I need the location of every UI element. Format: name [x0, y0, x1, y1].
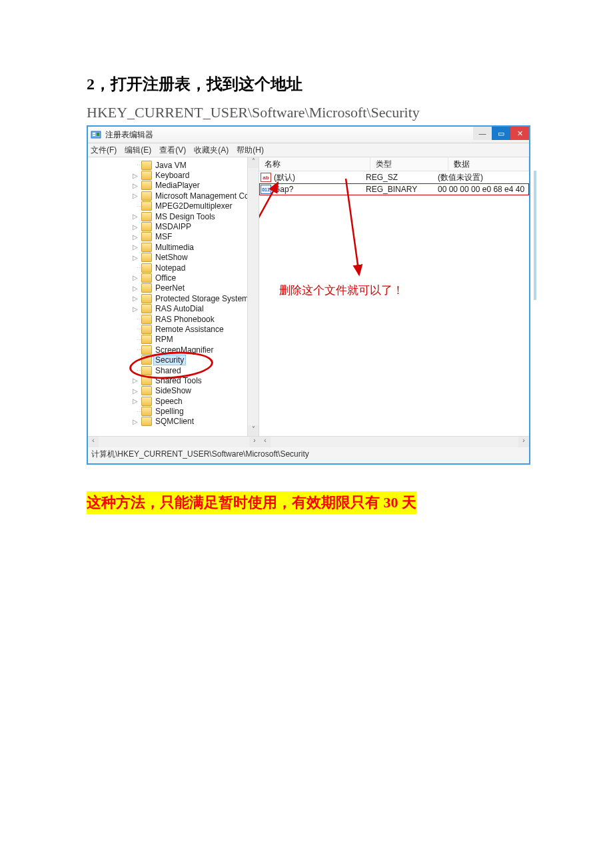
folder-icon	[141, 191, 152, 201]
expander-icon[interactable]: ▷	[132, 377, 139, 384]
list-row[interactable]: 011Gap?REG_BINARY00 00 00 00 e0 68 e4 40	[259, 183, 529, 195]
folder-icon	[141, 212, 152, 221]
scroll-up-icon[interactable]: ˄	[248, 157, 259, 168]
titlebar[interactable]: 注册表编辑器 — ▭ ✕	[88, 127, 529, 143]
tree-item-label: Security	[153, 355, 186, 365]
tree-item-label: ScreenMagnifier	[155, 345, 213, 355]
scroll-down-icon[interactable]: ˅	[248, 425, 259, 436]
expander-icon[interactable]: ▷	[132, 387, 139, 395]
tree-item-label: Multimedia	[155, 243, 194, 252]
menu-edit[interactable]: 编辑(E)	[125, 145, 151, 156]
tree-item-label: RAS Phonebook	[155, 315, 215, 324]
tree-item[interactable]: ▷Office	[88, 273, 259, 283]
tree-item[interactable]: ⋯Notepad	[88, 263, 259, 273]
tree-item-label: Speech	[155, 397, 183, 406]
menu-help[interactable]: 帮助(H)	[237, 145, 264, 156]
tree-item[interactable]: ▷MediaPlayer	[88, 181, 259, 191]
col-data-header[interactable]: 数据	[448, 157, 529, 171]
tree-item[interactable]: ▷MS Design Tools	[88, 211, 259, 221]
tree-item[interactable]: ⋯Shared	[88, 365, 259, 375]
tree-hscroll[interactable]: ‹›	[88, 436, 260, 447]
menu-favorites[interactable]: 收藏夹(A)	[194, 145, 229, 156]
expander-icon[interactable]: ▷	[132, 233, 139, 241]
expander-icon[interactable]: ▷	[132, 254, 139, 261]
expander-icon[interactable]: ▷	[132, 213, 139, 220]
tree-item[interactable]: ⋯Security	[88, 355, 259, 365]
window-buttons: — ▭ ✕	[473, 127, 529, 140]
tree-item[interactable]: ⋯Spelling	[88, 406, 259, 416]
expander-icon[interactable]: ▷	[132, 182, 139, 189]
reg-binary-icon: 011	[261, 185, 271, 194]
expander-icon[interactable]: ▷	[132, 397, 139, 405]
folder-icon	[141, 243, 152, 252]
tree-item[interactable]: ⋯Java VM	[88, 160, 259, 170]
tree-item[interactable]: ▷PeerNet	[88, 283, 259, 293]
expander-icon[interactable]: ▷	[132, 274, 139, 281]
expander-icon[interactable]: ▷	[132, 418, 139, 425]
expander-icon[interactable]: ▷	[132, 223, 139, 231]
tree-item[interactable]: ⋯ScreenMagnifier	[88, 345, 259, 355]
tree-item[interactable]: ▷SideShow	[88, 386, 259, 396]
reg-string-icon: ab	[261, 173, 271, 182]
tree-item[interactable]: ▷MSDAIPP	[88, 221, 259, 231]
col-type-header[interactable]: 类型	[370, 157, 448, 171]
menu-bar: 文件(F) 编辑(E) 查看(V) 收藏夹(A) 帮助(H)	[88, 143, 529, 157]
menu-file[interactable]: 文件(F)	[91, 145, 117, 156]
tree-connector: ⋯	[137, 325, 143, 333]
expander-icon[interactable]: ▷	[132, 172, 139, 179]
tree-item[interactable]: ▷Keyboard	[88, 170, 259, 180]
expander-icon[interactable]: ▷	[132, 192, 139, 199]
tree-item-label: RPM	[155, 335, 173, 344]
tree-item-label: MediaPlayer	[155, 181, 200, 190]
tree-connector: ⋯	[137, 161, 143, 169]
cell-name: Gap?	[273, 185, 366, 194]
regedit-window: 注册表编辑器 — ▭ ✕ 文件(F) 编辑(E) 查看(V) 收藏夹(A) 帮助…	[87, 125, 530, 465]
tree-item-label: MSF	[155, 232, 172, 241]
folder-icon	[141, 283, 152, 293]
tree-item[interactable]: ▷RAS AutoDial	[88, 303, 259, 313]
tree-item[interactable]: ▷Multimedia	[88, 242, 259, 252]
list-row[interactable]: ab(默认)REG_SZ(数值未设置)	[259, 171, 529, 183]
list-header: 名称 类型 数据	[259, 157, 529, 171]
tree-item-label: MSDAIPP	[155, 222, 191, 231]
folder-icon	[141, 417, 152, 426]
tree-item[interactable]: ▷Microsoft Management Conso	[88, 191, 259, 201]
expander-icon[interactable]: ▷	[132, 243, 139, 251]
tree-item[interactable]: ⋯RPM	[88, 335, 259, 345]
minimize-button[interactable]: —	[473, 127, 492, 140]
folder-icon	[141, 253, 152, 262]
tree-item-label: Shared Tools	[155, 376, 202, 385]
svg-rect-3	[97, 133, 99, 136]
folder-icon	[141, 304, 152, 313]
tree-pane[interactable]: ⋯Java VM▷Keyboard▷MediaPlayer▷Microsoft …	[88, 157, 259, 436]
expander-icon[interactable]: ▷	[132, 305, 139, 313]
tree-item[interactable]: ⋯MPEG2Demultiplexer	[88, 201, 259, 211]
tree-item[interactable]: ▷Speech	[88, 396, 259, 406]
tree-item-label: Office	[155, 273, 176, 283]
tree-item-label: NetShow	[155, 253, 188, 262]
tree-item[interactable]: ▷MSF	[88, 232, 259, 242]
expander-icon[interactable]: ▷	[132, 295, 139, 302]
tree-item[interactable]: ⋯Remote Assistance	[88, 324, 259, 334]
menu-view[interactable]: 查看(V)	[159, 145, 186, 156]
close-button[interactable]: ✕	[510, 127, 529, 140]
folder-icon	[141, 222, 152, 231]
tree-scrollbar[interactable]: ˄ ˅	[247, 157, 259, 436]
tree-item-label: MS Design Tools	[155, 212, 215, 221]
tree-connector: ⋯	[137, 408, 143, 415]
tree-connector: ⋯	[137, 315, 143, 323]
svg-line-4	[259, 183, 278, 357]
window-title: 注册表编辑器	[105, 129, 153, 141]
expander-icon[interactable]: ▷	[132, 285, 139, 292]
tree-item[interactable]: ⋯RAS Phonebook	[88, 314, 259, 324]
tree-item[interactable]: ▷SQMClient	[88, 417, 259, 427]
tree-item-label: MPEG2Demultiplexer	[155, 201, 232, 211]
list-hscroll[interactable]: ‹›	[260, 436, 529, 447]
col-name-header[interactable]: 名称	[259, 157, 370, 171]
list-pane[interactable]: 名称 类型 数据 ab(默认)REG_SZ(数值未设置)011Gap?REG_B…	[259, 157, 529, 436]
maximize-button[interactable]: ▭	[492, 127, 510, 140]
tree-item[interactable]: ▷NetShow	[88, 253, 259, 263]
status-bar: 计算机\HKEY_CURRENT_USER\Software\Microsoft…	[88, 447, 529, 463]
tree-item[interactable]: ▷Protected Storage System Prov	[88, 293, 259, 303]
tree-item[interactable]: ▷Shared Tools	[88, 375, 259, 385]
